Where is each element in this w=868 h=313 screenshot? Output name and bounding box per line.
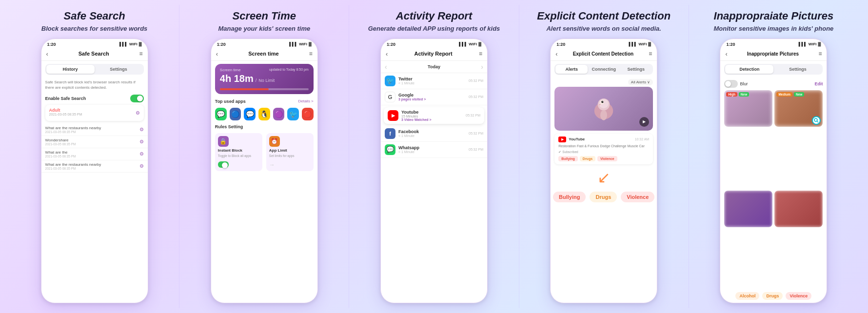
pic-item-3[interactable]: [724, 191, 772, 227]
play-button[interactable]: ▶: [639, 117, 649, 127]
tab-settings[interactable]: Settings: [95, 65, 143, 74]
whatsapp-info: Whatsapp < 1 Minute: [398, 145, 466, 154]
ip-back-button[interactable]: ‹: [725, 50, 727, 58]
btag-violence: Violence: [621, 192, 654, 202]
tab-connecting[interactable]: Connecting: [588, 65, 620, 74]
inappropriate-subtitle: Monitor sensitive images in kids' phone: [714, 24, 834, 33]
app-purple-icon[interactable]: 🟣: [273, 108, 285, 120]
edit-link[interactable]: Edit: [814, 81, 823, 86]
app-messenger-icon[interactable]: 💬: [244, 108, 256, 120]
adult-alert-card: Adult 2021-03-05 08:35 PM ⚙: [45, 105, 144, 121]
search-gear-3[interactable]: ⚙: [139, 151, 144, 156]
twitter-sub: < 1 Minute: [398, 81, 466, 85]
tab-alerts[interactable]: Alerts: [555, 65, 588, 74]
st-back-button[interactable]: ‹: [216, 50, 218, 58]
activity-google: G Google 3 pages visited > 05:32 PM: [381, 89, 487, 105]
ip-menu-icon[interactable]: ≡: [818, 50, 822, 57]
youtube-sub2[interactable]: 3 Video Watched >: [401, 118, 463, 121]
st-header-title: Screen time: [248, 51, 278, 57]
ip-battery: ▓: [818, 42, 821, 46]
instant-block-card[interactable]: 🔒 Instant Block Toggle to Block all apps: [215, 133, 262, 171]
twitter-icon: 🐦: [385, 76, 395, 86]
safe-search-title: Safe Search: [64, 10, 125, 22]
pic-item-4[interactable]: [774, 191, 823, 227]
app-whatsapp-icon[interactable]: 💬: [215, 108, 227, 120]
search-time-2: 2021-03-05 08:35 PM: [45, 142, 76, 146]
back-button[interactable]: ‹: [46, 50, 48, 58]
ip-status-bar: 1:20 ▌▌▌ WiFi ▓: [720, 39, 827, 48]
youtube-sub: 15 Minutes: [401, 115, 463, 118]
date-next-btn[interactable]: ›: [481, 63, 483, 71]
tag-bullying-card: Bullying: [558, 156, 578, 161]
phone-status-bar: 1:20 ▌▌▌ WiFi ▓: [41, 39, 148, 48]
ar-status-bar: 1:20 ▌▌▌ WiFi ▓: [381, 39, 487, 48]
activity-whatsapp: 💬 Whatsapp < 1 Minute 05:32 PM: [381, 142, 487, 158]
st-menu-icon[interactable]: ≡: [309, 50, 313, 57]
search-time-4: 2021-03-05 08:35 PM: [45, 167, 101, 170]
tab-detection[interactable]: Detection: [725, 65, 773, 74]
menu-icon[interactable]: ≡: [139, 50, 143, 57]
date-prev-btn[interactable]: ‹: [385, 63, 387, 71]
screen-time-phone: 1:20 ▌▌▌ WiFi ▓ ‹ Screen time ≡ Screen t…: [211, 39, 318, 303]
search-gear-1[interactable]: ⚙: [139, 127, 144, 132]
app-google-icon[interactable]: 🔴: [302, 108, 314, 120]
activity-report-subtitle: Generate detailed APP using reports of k…: [368, 24, 500, 33]
safe-search-toggle[interactable]: [130, 95, 144, 102]
pic-badge-1: High New: [726, 92, 749, 97]
ip-phone-header: ‹ Inappropriate Pictures ≡: [720, 48, 827, 61]
pic-item-2[interactable]: Medium New: [774, 90, 823, 127]
instant-block-desc: Toggle to Block all apps: [218, 154, 251, 158]
safe-search-phone: 1:20 ▌▌▌ WiFi ▓ ‹ Safe Search ≡ History …: [41, 39, 148, 303]
tab-history[interactable]: History: [46, 65, 95, 74]
blur-toggle[interactable]: [724, 80, 738, 88]
st-limit: /: [256, 78, 257, 83]
bird-illustration: [587, 92, 621, 126]
app-limit-card[interactable]: ⏰ App Limit Set limits for apps →: [266, 133, 314, 171]
instant-block-toggle-area: [218, 161, 229, 168]
enable-toggle-row: Enable Safe Search: [41, 92, 148, 105]
tab-settings-ip[interactable]: Settings: [773, 65, 822, 74]
search-gear-2[interactable]: ⚙: [139, 139, 144, 144]
all-alerts-btn[interactable]: All Alerts ∨: [628, 79, 653, 85]
ec-wifi: WiFi: [639, 42, 647, 46]
details-link[interactable]: Details >: [298, 99, 313, 103]
instant-block-toggle[interactable]: [218, 161, 229, 168]
activity-youtube: ▶ Youtube 15 Minutes 3 Video Watched > 0…: [384, 107, 484, 124]
search-gear-4[interactable]: ⚙: [139, 163, 144, 169]
battery-icon: ▓: [139, 42, 142, 46]
google-icon: G: [385, 92, 395, 102]
activity-report-phone: 1:20 ▌▌▌ WiFi ▓ ‹ Activity Report ≡ ‹ To…: [380, 39, 488, 303]
blur-label: Blur: [740, 81, 748, 86]
youtube-name: Youtube: [401, 110, 463, 115]
app-limit-arrow: →: [269, 161, 275, 168]
app-icons-row: 💬 🔵 💬 🐧 🟣 🐦 🔴: [211, 106, 317, 122]
ar-menu-icon[interactable]: ≡: [479, 50, 482, 57]
yt-icon: ▶: [558, 137, 566, 142]
app-facebook-icon[interactable]: 🔵: [230, 108, 241, 120]
pics-grid: High New Medium New: [720, 90, 827, 289]
bottom-img-tags: Alcohol Drugs Violence: [720, 289, 827, 303]
top-apps-header: Top used apps Details >: [211, 97, 317, 106]
gear-icon[interactable]: ⚙: [136, 110, 140, 116]
app-penguin-icon[interactable]: 🐧: [258, 108, 270, 120]
st-icons: ▌▌▌ WiFi ▓: [289, 42, 312, 46]
alert-card-left: Adult 2021-03-05 08:35 PM: [49, 108, 82, 118]
search-item-3: What are the 2021-03-05 08:35 PM ⚙: [41, 148, 148, 160]
ip-signal: ▌▌▌: [799, 42, 807, 46]
pic-badge-2: Medium New: [776, 92, 804, 97]
ar-wifi: WiFi: [469, 42, 477, 46]
screen-time-subtitle: Manage your kids' screen time: [218, 24, 310, 33]
ec-back-button[interactable]: ‹: [555, 50, 557, 58]
tab-settings-ec[interactable]: Settings: [620, 65, 652, 74]
rules-header: Rules Setting: [211, 122, 317, 131]
app-twitter-icon[interactable]: 🐦: [287, 108, 299, 120]
ar-back-button[interactable]: ‹: [386, 50, 388, 58]
activity-report-title: Activity Report: [396, 10, 472, 22]
ec-menu-icon[interactable]: ≡: [649, 50, 652, 57]
explicit-content-phone: 1:20 ▌▌▌ WiFi ▓ ‹ Explicit Content Detec…: [550, 39, 657, 303]
ar-signal: ▌▌▌: [459, 42, 467, 46]
svg-point-2: [599, 98, 609, 108]
safe-search-subtitle: Block searches for sensitive words: [41, 24, 147, 33]
search-alert-icon: [814, 118, 819, 123]
pic-item-1[interactable]: High New: [724, 90, 772, 127]
